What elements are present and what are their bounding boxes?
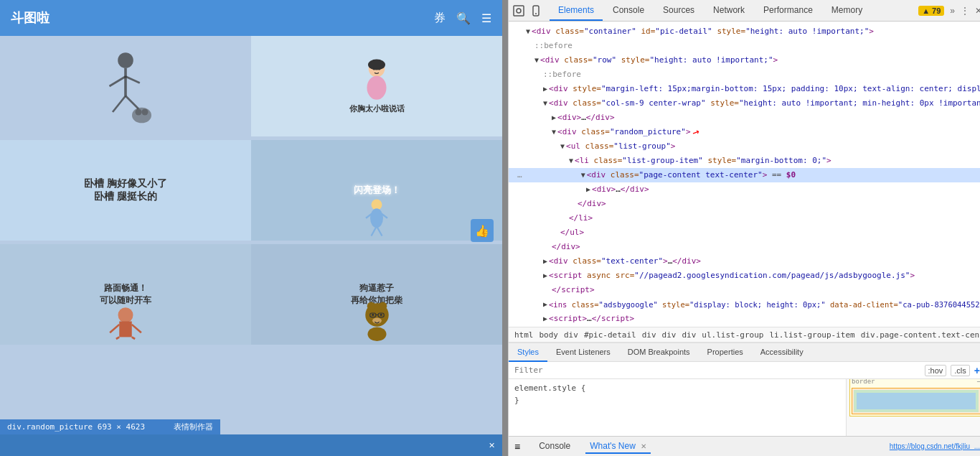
expand-arrow[interactable]: ▼ (552, 126, 556, 139)
filter-plus-button[interactable]: + (974, 365, 980, 376)
three-dots: … (514, 169, 522, 182)
expand-arrow[interactable]: ▶ (543, 83, 547, 96)
element-selector: div.random_picture 693 × 4623 (7, 422, 145, 432)
console-url[interactable]: https://blog.csdn.net/fkjliu_... (890, 442, 980, 450)
coupon-icon[interactable]: 券 (434, 11, 446, 26)
search-icon[interactable]: 🔍 (456, 11, 471, 25)
whats-new-close[interactable]: ✕ (641, 442, 646, 450)
tree-line[interactable]: ▼ <div class="row" style="height: auto !… (509, 53, 980, 68)
tab-performance[interactable]: Performance (755, 1, 821, 21)
tree-line[interactable]: ▶ <div style="margin-left: 15px;margin-b… (509, 82, 980, 96)
styles-tab-properties[interactable]: Properties (699, 343, 752, 362)
box-padding-content (854, 390, 979, 412)
svg-point-12 (373, 68, 375, 70)
filter-hov-button[interactable]: :hov (925, 365, 947, 376)
console-bar: ≡ Console What's New ✕ https://blog.csdn… (509, 436, 980, 456)
site-logo[interactable]: 斗图啦 (11, 9, 50, 27)
tree-line-selected[interactable]: … ▼ <div class="page-content text-center… (509, 168, 980, 182)
tree-line[interactable]: ▶ <div class="text-center">…</div> (509, 254, 980, 269)
red-arrow-pointer: → (690, 125, 701, 139)
breadcrumb-div4[interactable]: div (682, 330, 696, 340)
bear-glasses (354, 294, 400, 341)
svg-rect-36 (514, 6, 524, 16)
settings-icon[interactable]: ⋮ (961, 6, 969, 16)
breadcrumb-html[interactable]: html (514, 330, 534, 340)
device-toolbar-icon[interactable] (529, 4, 542, 17)
menu-icon[interactable]: ☰ (481, 11, 491, 25)
tab-sources[interactable]: Sources (654, 1, 703, 21)
expand-arrow[interactable]: ▼ (569, 154, 573, 167)
expand-arrow[interactable]: ▶ (543, 269, 547, 282)
image-cell-2[interactable]: 你胸太小啦说话 (251, 36, 502, 136)
inspect-element-icon[interactable] (512, 4, 525, 17)
tab-elements[interactable]: Elements (550, 1, 603, 21)
image-cell-3[interactable]: 卧槽 胸好像又小了卧槽 腿挺长的 (0, 140, 251, 241)
breadcrumb-div3[interactable]: div (662, 330, 677, 340)
breadcrumb-body[interactable]: body (540, 330, 559, 340)
tree-line[interactable]: ▶ <script>…</script> (509, 312, 980, 326)
breadcrumb-pic-detail[interactable]: #pic-detail (584, 330, 636, 340)
image-cell-1[interactable] (0, 36, 251, 136)
tree-line[interactable]: ▼ <li class="list-group-item" style="mar… (509, 154, 980, 168)
devtools-panel: Elements Console Sources Network Perform… (508, 0, 980, 456)
minus-border[interactable]: − (977, 379, 980, 388)
panel-divider[interactable] (502, 0, 508, 456)
filter-cls-button[interactable]: .cls (951, 365, 970, 376)
breadcrumb-ul[interactable]: ul.list-group (702, 330, 763, 340)
styles-content: element.style { } margin − border − (509, 379, 980, 436)
tab-network[interactable]: Network (705, 1, 753, 21)
close-overlay-button[interactable]: ✕ (489, 441, 495, 450)
breadcrumb-li[interactable]: li.list-group-item (769, 330, 854, 340)
tab-console[interactable]: Console (604, 1, 653, 21)
tool-link[interactable]: 表情制作器 (174, 422, 213, 432)
close-devtools-icon[interactable]: ✕ (975, 6, 980, 16)
styles-tab-accessibility[interactable]: Accessibility (752, 343, 812, 362)
svg-point-8 (142, 109, 149, 116)
console-tab-whats-new[interactable]: What's New ✕ (585, 439, 651, 454)
breadcrumb: html body div #pic-detail div div div ul… (509, 327, 980, 343)
expand-arrow[interactable]: ▼ (560, 140, 565, 153)
tree-line[interactable]: ▼ <div class="container" id="pic-detail"… (509, 24, 980, 39)
svg-point-35 (367, 327, 386, 342)
breadcrumb-div-page-content[interactable]: div.page-content.text-center (861, 330, 980, 340)
overflow-icon[interactable]: » (950, 6, 955, 16)
image-cell-4[interactable]: 闪亮登场！ (251, 140, 502, 241)
expand-arrow[interactable]: ▼ (543, 97, 547, 110)
expand-arrow[interactable]: ▶ (543, 255, 547, 268)
tree-line[interactable]: ▶ <div>…</div> (509, 182, 980, 197)
styles-tab-dom-breakpoints[interactable]: DOM Breakpoints (619, 343, 699, 362)
tree-line[interactable]: ▶ <div>…</div> (509, 111, 980, 125)
svg-point-0 (118, 52, 133, 68)
html-tree[interactable]: ▼ <div class="container" id="pic-detail"… (509, 22, 980, 327)
svg-point-34 (380, 314, 382, 316)
svg-line-18 (372, 226, 377, 236)
styles-tab-event-listeners[interactable]: Event Listeners (547, 343, 619, 362)
svg-point-7 (136, 109, 142, 116)
expand-arrow[interactable]: ▶ (552, 111, 556, 124)
tree-line[interactable]: ▼ <div class="random_picture"> → (509, 125, 980, 139)
expand-arrow[interactable]: ▶ (586, 183, 590, 196)
tree-line[interactable]: ▶ <ins class="adsbygoogle" style="displa… (509, 297, 980, 312)
expand-arrow[interactable]: ▶ (543, 312, 547, 325)
breadcrumb-div1[interactable]: div (564, 330, 578, 340)
styles-tab-styles[interactable]: Styles (509, 343, 547, 362)
breadcrumb-div2[interactable]: div (642, 330, 656, 340)
expand-arrow[interactable]: ▼ (581, 169, 585, 182)
tree-line: </script> (509, 283, 980, 297)
image-cell-5[interactable]: 路面畅通！可以随时开车 (0, 244, 251, 345)
expand-arrow[interactable]: ▶ (543, 298, 547, 311)
tree-line[interactable]: ▼ <ul class="list-group"> (509, 139, 980, 154)
tree-line[interactable]: ▼ <div class="col-sm-9 center-wrap" styl… (509, 96, 980, 111)
tab-memory[interactable]: Memory (823, 1, 871, 21)
expand-arrow[interactable]: ▼ (526, 25, 530, 38)
image-cell-6[interactable]: 狗逼惹子再给你加把柴 (251, 244, 502, 345)
styles-filter-input[interactable] (514, 366, 920, 375)
devtools-drawer-icon[interactable]: ≡ (514, 441, 520, 452)
svg-point-11 (368, 60, 385, 70)
warning-badge[interactable]: ▲ 79 (918, 6, 944, 16)
tree-line[interactable]: ▶ <script async src="//pagead2.googlesyn… (509, 269, 980, 283)
expand-arrow[interactable]: ▼ (534, 54, 539, 67)
console-tab-console[interactable]: Console (534, 439, 575, 454)
box-model: margin − border − (846, 379, 980, 436)
like-button[interactable]: 👍 (471, 219, 494, 242)
